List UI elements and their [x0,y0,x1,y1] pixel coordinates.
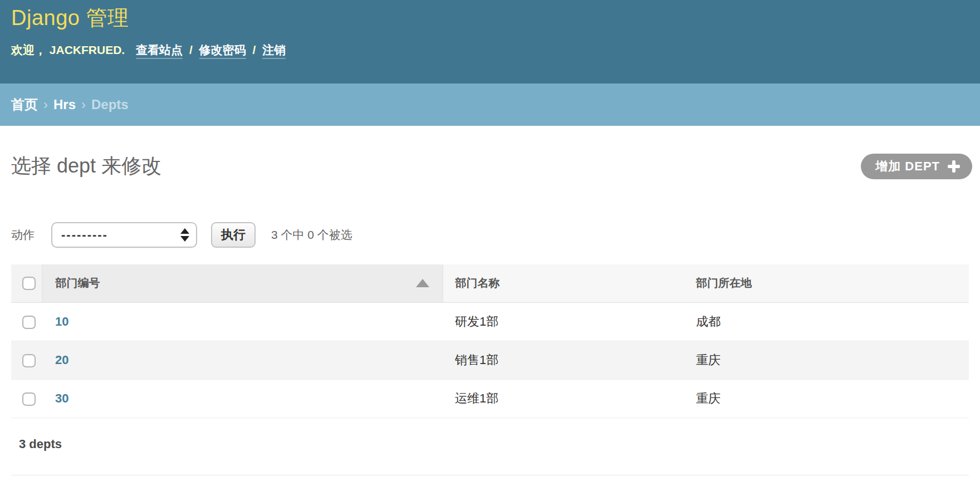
logout-link[interactable]: 注销 [262,43,286,59]
column-header-dept-name-label: 部门名称 [455,277,500,289]
breadcrumb-separator: › [81,97,86,112]
dept-no-link[interactable]: 20 [55,353,68,367]
up-down-arrows-icon [180,228,189,242]
dept-location-cell: 重庆 [684,341,969,379]
dept-no-cell: 10 [42,302,443,341]
link-separator: / [252,43,256,56]
page: { "header": { "site_title": "Django 管理",… [0,0,980,501]
table-row: 20 销售1部 重庆 [11,341,969,379]
dept-table: 部门编号 部门名称 部门所在地 10 研发1部 成都 [11,264,969,418]
dept-name-cell: 销售1部 [443,341,684,379]
change-password-link[interactable]: 修改密码 [199,43,246,59]
breadcrumb-home-link[interactable]: 首页 [11,96,38,114]
column-header-dept-location-label: 部门所在地 [696,277,752,289]
column-header-dept-location[interactable]: 部门所在地 [684,264,969,302]
row-checkbox[interactable] [22,354,36,367]
column-header-dept-no-label: 部门编号 [56,276,100,291]
content: 选择 dept 来修改 增加 DEPT 动作 --------- 执行 3 个中… [0,153,980,475]
admin-header: Django 管理 欢迎， JACKFRUED. 查看站点 / 修改密码 / 注… [0,0,980,84]
action-select-value: --------- [61,228,108,242]
action-select[interactable]: --------- [51,222,197,248]
go-button[interactable]: 执行 [211,222,256,248]
action-label: 动作 [11,227,35,243]
plus-icon [948,160,960,173]
row-checkbox-cell [11,302,42,341]
table-row: 10 研发1部 成都 [11,302,969,341]
breadcrumb: 首页 › Hrs › Depts [0,84,980,126]
welcome-text: 欢迎， JACKFRUED. [11,43,125,56]
actions-bar: 动作 --------- 执行 3 个中 0 个被选 [11,222,969,248]
row-checkbox[interactable] [22,392,36,406]
dept-name-cell: 运维1部 [443,379,684,418]
dept-location-cell: 成都 [684,302,969,341]
table-body: 10 研发1部 成都 20 销售1部 重庆 30 运维1部 重庆 [11,302,969,418]
page-title: 选择 dept 来修改 [11,153,161,180]
site-title[interactable]: Django 管理 [11,6,969,31]
breadcrumb-separator: › [43,97,48,112]
row-checkbox-cell [11,379,42,418]
dept-no-link[interactable]: 30 [55,391,68,405]
user-tools: 欢迎， JACKFRUED. 查看站点 / 修改密码 / 注销 [11,42,969,58]
table-header: 部门编号 部门名称 部门所在地 [11,264,969,302]
breadcrumb-current: Depts [91,97,129,112]
column-header-dept-name[interactable]: 部门名称 [443,264,684,302]
add-dept-button[interactable]: 增加 DEPT [861,154,972,179]
column-header-dept-no[interactable]: 部门编号 [42,264,443,302]
dept-name-cell: 研发1部 [443,302,684,341]
sort-ascending-icon[interactable] [416,279,429,287]
welcome-prefix: 欢迎， [11,43,46,56]
select-all-checkbox[interactable] [22,277,36,290]
row-checkbox-cell [11,341,42,379]
breadcrumb-hrs-link[interactable]: Hrs [53,97,76,112]
table-row: 30 运维1部 重庆 [11,379,969,418]
view-site-link[interactable]: 查看站点 [136,43,183,59]
dept-no-cell: 30 [42,379,443,418]
dept-no-link[interactable]: 10 [55,315,68,328]
dept-location-cell: 重庆 [684,379,969,418]
row-checkbox[interactable] [22,316,36,329]
select-all-header-cell [11,264,42,302]
link-separator: / [189,43,193,56]
table-header-row: 部门编号 部门名称 部门所在地 [11,264,969,302]
add-dept-button-label: 增加 DEPT [875,158,940,175]
dept-no-cell: 20 [42,341,443,379]
paginator: 3 depts [11,418,969,475]
username: JACKFRUED. [50,43,125,56]
selection-counter: 3 个中 0 个被选 [271,227,352,243]
content-header: 选择 dept 来修改 增加 DEPT [11,153,969,180]
